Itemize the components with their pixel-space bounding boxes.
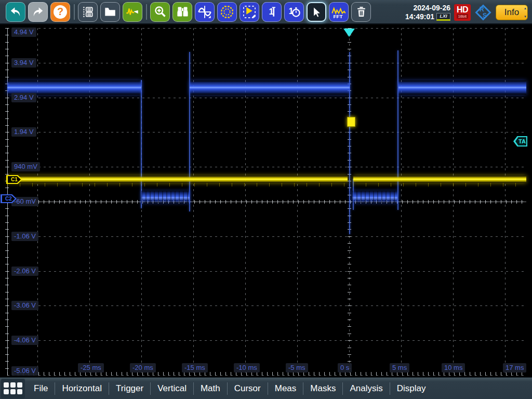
search-button[interactable] — [172, 2, 192, 22]
x-axis-label: -15 ms — [182, 363, 208, 373]
menu-item-cursor[interactable]: Cursor — [228, 380, 268, 397]
x-axis-label: 0 s — [338, 363, 352, 373]
x-axis-label: -10 ms — [234, 363, 260, 373]
rs-logo-letter-s: S — [483, 12, 487, 19]
x-axis-label: 10 ms — [442, 363, 465, 373]
y-axis-label: 3.94 V — [11, 58, 36, 68]
horizontal-gridline — [7, 167, 526, 167]
x-axis-label: -5 ms — [286, 363, 308, 373]
info-button[interactable]: Info ▲▼ — [496, 5, 528, 20]
select-pointer-button[interactable] — [307, 2, 326, 22]
y-axis-label: -5.06 V — [11, 366, 38, 376]
toolbar-separator — [146, 4, 147, 20]
file-open-button[interactable] — [100, 2, 120, 22]
waveform-display-area[interactable]: 4.94 V3.94 V2.94 V1.94 V940 mV-60 mV-1.0… — [0, 24, 532, 377]
info-spinner-arrows[interactable]: ▲▼ — [523, 7, 528, 18]
c2-edge-line — [349, 52, 350, 234]
fft-button[interactable]: FFT — [329, 2, 349, 22]
y-axis-label: -1.06 V — [11, 232, 38, 241]
trigger-position-marker[interactable] — [343, 29, 355, 37]
trigger-level-marker-ta[interactable]: TA — [513, 136, 527, 147]
menu-item-math[interactable]: Math — [194, 380, 227, 397]
horizontal-gridline — [7, 63, 526, 63]
x-axis-label: 17 ms — [503, 363, 526, 373]
cursor-button[interactable]: 1 — [262, 2, 282, 22]
apps-grid-icon[interactable] — [1, 379, 25, 398]
menu-item-display[interactable]: Display — [390, 380, 433, 397]
c2-trace-segment-high — [190, 81, 350, 95]
delete-button[interactable] — [351, 2, 371, 22]
menu-item-vertical[interactable]: Vertical — [151, 380, 193, 397]
c1-trace-segment — [353, 176, 526, 183]
c1-trace-noise — [353, 183, 526, 187]
horizontal-gridline — [7, 236, 526, 237]
timebase-button[interactable]: 1 — [284, 2, 304, 22]
c2-trace-segment-high — [398, 81, 526, 95]
c2-trace-segment-low — [141, 191, 190, 203]
channel-marker-c2[interactable]: C2 — [1, 194, 17, 203]
status-cluster: 2024-09-26 14:49:01 LXI HD 16bit R S Inf… — [405, 0, 528, 24]
y-axis-label: 2.94 V — [11, 93, 36, 102]
measurement-button[interactable] — [195, 2, 215, 22]
y-axis-label: 940 mV — [11, 162, 40, 171]
menu-item-horizontal[interactable]: Horizontal — [55, 380, 109, 397]
y-axis-label: -3.06 V — [11, 301, 38, 310]
y-axis-label: -4.06 V — [11, 336, 38, 345]
c2-trace-segment-low — [352, 191, 397, 203]
x-axis-label: -25 ms — [78, 363, 104, 373]
date-label: 2024-09-26 — [405, 4, 450, 12]
time-label: 14:49:01 — [405, 12, 434, 21]
rohde-schwarz-logo-icon: R S — [474, 4, 492, 21]
c1-trace-noise — [7, 183, 348, 187]
menu-item-masks[interactable]: Masks — [303, 380, 342, 397]
reference-button[interactable] — [240, 2, 259, 22]
channel-marker-c1[interactable]: C1 — [6, 175, 22, 184]
horizontal-gridline — [7, 340, 526, 341]
toolbar-button-group: ?11FFT — [6, 2, 374, 22]
c1-trace-segment — [7, 176, 348, 183]
y-axis-label: -2.06 V — [11, 267, 38, 276]
svg-text:1: 1 — [269, 7, 274, 16]
c2-trace-segment-high — [7, 81, 141, 95]
c2-edge-line — [189, 52, 190, 211]
display-dialog-button[interactable] — [78, 2, 98, 22]
y-axis-label: 4.94 V — [11, 28, 36, 37]
y-axis-label: 1.94 V — [11, 127, 36, 137]
date-time-display: 2024-09-26 14:49:01 LXI — [405, 4, 450, 21]
menu-item-analysis[interactable]: Analysis — [343, 380, 389, 397]
help-button[interactable]: ? — [50, 2, 70, 22]
toolbar-separator — [74, 4, 75, 20]
undo-button[interactable] — [6, 2, 25, 22]
x-axis-minor-ticks — [7, 372, 526, 376]
c1-trigger-pulse — [347, 117, 355, 127]
horizontal-gridline — [7, 28, 526, 29]
horizontal-gridline — [7, 132, 526, 132]
svg-text:FFT: FFT — [334, 13, 343, 19]
c2-edge-line — [141, 80, 142, 208]
menu-item-trigger[interactable]: Trigger — [109, 380, 150, 397]
mask-test-button[interactable] — [217, 2, 237, 22]
x-axis-label: -20 ms — [130, 363, 156, 373]
hd-mode-badge: HD 16bit — [454, 4, 471, 21]
menu-item-meas[interactable]: Meas — [268, 380, 303, 397]
x-axis-label: 5 ms — [390, 363, 409, 373]
horizontal-gridline — [7, 305, 526, 306]
horizontal-gridline — [7, 98, 526, 98]
zoom-button[interactable] — [150, 2, 170, 22]
center-horizontal-ruler-ticks — [7, 200, 526, 204]
menu-item-file[interactable]: File — [27, 380, 55, 397]
bottom-menu-bar: FileHorizontalTriggerVerticalMathCursorM… — [0, 377, 532, 399]
redo-button[interactable] — [28, 2, 48, 22]
annotate-button[interactable] — [123, 2, 142, 22]
horizontal-gridline — [7, 271, 526, 272]
lxi-status-icon: LXI — [436, 13, 450, 21]
